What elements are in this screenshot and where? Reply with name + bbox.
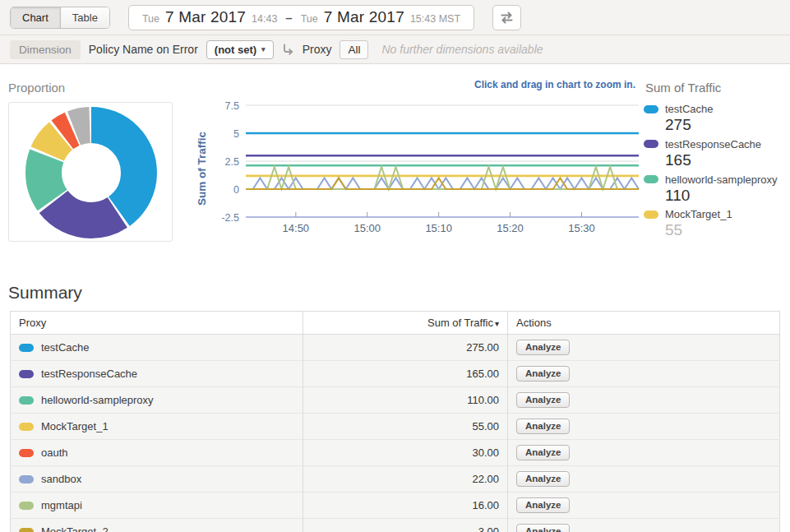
dimension-label: Dimension <box>10 40 81 59</box>
legend-name: MockTarget_1 <box>665 208 732 220</box>
proxy-name: helloworld-sampleproxy <box>41 394 154 406</box>
top-toolbar: Chart Table Tue 7 Mar 2017 14:43 – Tue 7… <box>0 0 790 35</box>
proxy-swatch-icon <box>19 502 34 510</box>
end-date: 7 Mar 2017 <box>324 8 404 26</box>
proportion-donut-chart[interactable] <box>9 103 173 241</box>
legend-value: 110 <box>665 186 783 206</box>
summary-title: Summary <box>8 283 780 303</box>
dimension-bar: Dimension Policy Name on Error (not set)… <box>0 35 790 64</box>
no-dimensions-note: No further dimensions available <box>381 43 543 56</box>
proxy-name: testCache <box>41 341 90 354</box>
proxy-name: MockTarget_2 <box>41 525 109 532</box>
table-view-button[interactable]: Table <box>60 7 109 28</box>
start-date: 7 Mar 2017 <box>165 8 246 26</box>
table-row-testCache: testCache275.00Analyze <box>11 335 780 361</box>
charts-section: Proportion Click and drag in chart to zo… <box>0 64 790 250</box>
drilldown-value-button[interactable]: All <box>340 40 368 59</box>
traffic-value: 3.00 <box>303 519 508 532</box>
dimension-value-dropdown[interactable]: (not set) ▾ <box>206 40 274 59</box>
summary-table: Proxy Sum of Traffic▾ Actions testCache2… <box>10 311 780 532</box>
proportion-title: Proportion <box>8 81 173 95</box>
legend-value: 165 <box>665 150 783 170</box>
proxy-swatch-icon <box>19 396 34 405</box>
traffic-value: 16.00 <box>303 493 508 519</box>
proxy-name: MockTarget_1 <box>41 420 109 433</box>
x-tick-15:30: 15:30 <box>568 222 595 234</box>
proxy-name: oauth <box>41 446 68 459</box>
proportion-donut-card <box>8 102 173 242</box>
x-tick-15:20: 15:20 <box>497 222 524 234</box>
traffic-line-panel: Click and drag in chart to zoom in. Sum … <box>173 74 644 250</box>
refresh-icon <box>500 12 514 24</box>
sort-desc-icon: ▾ <box>495 319 499 328</box>
table-row-helloworld-sampleproxy: helloworld-sampleproxy110.00Analyze <box>11 387 780 414</box>
proxy-swatch-icon <box>19 528 34 532</box>
proxy-swatch-icon <box>19 449 34 457</box>
proxy-name: mgmtapi <box>41 499 82 511</box>
column-header-actions: Actions <box>508 312 780 335</box>
proxy-swatch-icon <box>19 344 34 352</box>
legend-item-testCache[interactable]: testCache275 <box>644 103 783 135</box>
legend-item-testResponseCache[interactable]: testResponseCache165 <box>644 138 783 170</box>
legend-swatch-icon <box>644 140 658 148</box>
table-row-MockTarget_2: MockTarget_23.00Analyze <box>11 519 780 532</box>
proxy-swatch-icon <box>19 370 34 378</box>
chevron-down-icon: ▾ <box>261 45 266 53</box>
table-row-oauth: oauth30.00Analyze <box>11 440 780 466</box>
table-row-MockTarget_1: MockTarget_155.00Analyze <box>11 414 780 440</box>
y-tick-7.5: 7.5 <box>225 100 239 112</box>
zoom-hint-text: Click and drag in chart to zoom in. <box>196 74 644 92</box>
drilldown-dimension: Proxy <box>303 43 332 56</box>
view-toggle: Chart Table <box>10 7 110 29</box>
y-tick--2.5: -2.5 <box>221 212 239 224</box>
chart-view-button[interactable]: Chart <box>11 7 60 28</box>
analyze-button-testCache[interactable]: Analyze <box>516 340 570 355</box>
legend-value: 275 <box>665 115 783 135</box>
x-tick-15:00: 15:00 <box>353 222 381 234</box>
proxy-name: testResponseCache <box>41 368 137 380</box>
table-row-sandbox: sandbox22.00Analyze <box>11 466 780 493</box>
end-day: Tue <box>301 13 318 25</box>
analyze-button-oauth[interactable]: Analyze <box>516 445 570 460</box>
legend-name: testCache <box>665 103 714 115</box>
legend-swatch-icon <box>644 175 658 183</box>
legend-item-MockTarget_1[interactable]: MockTarget_155 <box>644 208 783 240</box>
legend-name: testResponseCache <box>665 138 761 150</box>
traffic-line-chart[interactable]: 7.552.50-2.514:5015:0015:1015:2015:30 <box>208 92 644 250</box>
y-tick-5: 5 <box>233 128 239 140</box>
column-header-sum-of-traffic[interactable]: Sum of Traffic▾ <box>303 312 508 335</box>
proxy-swatch-icon <box>19 423 34 431</box>
proxy-name: sandbox <box>41 473 81 485</box>
y-tick-2.5: 2.5 <box>225 156 239 168</box>
legend-item-helloworld-sampleproxy[interactable]: helloworld-sampleproxy110 <box>644 173 783 206</box>
series-line-mgmtapi <box>246 167 639 189</box>
legend-title: Sum of Traffic <box>645 81 783 95</box>
legend-value: 55 <box>665 220 783 240</box>
analyze-button-testResponseCache[interactable]: Analyze <box>516 366 570 382</box>
dimension-value: (not set) <box>215 44 256 56</box>
drilldown-arrow-icon <box>282 44 294 55</box>
start-day: Tue <box>142 13 159 25</box>
traffic-value: 30.00 <box>303 440 508 466</box>
refresh-button[interactable] <box>492 5 521 30</box>
dimension-name: Policy Name on Error <box>89 43 198 56</box>
summary-section: Summary Proxy Sum of Traffic▾ Actions te… <box>0 283 790 532</box>
traffic-value: 165.00 <box>303 361 508 387</box>
analyze-button-mgmtapi[interactable]: Analyze <box>516 497 570 513</box>
start-time: 14:43 <box>252 13 277 25</box>
date-range-button[interactable]: Tue 7 Mar 2017 14:43 – Tue 7 Mar 2017 15… <box>128 5 474 30</box>
proportion-panel: Proportion <box>8 74 173 250</box>
analyze-button-sandbox[interactable]: Analyze <box>516 471 570 487</box>
analyze-button-helloworld-sampleproxy[interactable]: Analyze <box>516 392 570 408</box>
traffic-value: 110.00 <box>303 387 508 414</box>
legend-name: helloworld-sampleproxy <box>665 173 778 186</box>
analyze-button-MockTarget_1[interactable]: Analyze <box>516 419 570 434</box>
legend-panel: Sum of Traffic testCache275testResponseC… <box>644 74 783 250</box>
traffic-value: 22.00 <box>303 466 508 493</box>
traffic-value: 275.00 <box>303 335 508 361</box>
legend-items: testCache275testResponseCache165hellowor… <box>644 103 783 240</box>
legend-swatch-icon <box>644 210 658 219</box>
table-row-mgmtapi: mgmtapi16.00Analyze <box>11 493 780 519</box>
column-header-proxy[interactable]: Proxy <box>11 312 303 335</box>
analyze-button-MockTarget_2[interactable]: Analyze <box>516 524 570 532</box>
